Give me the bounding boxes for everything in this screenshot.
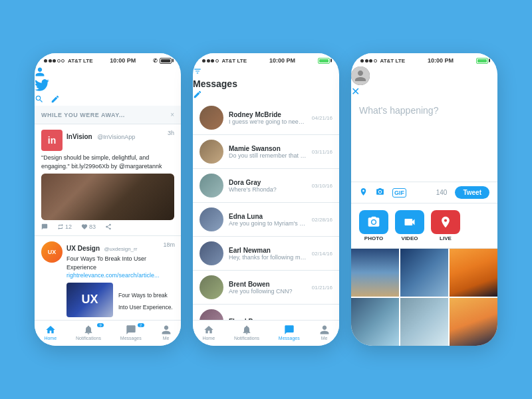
- tab-notif-label-2: Notifications: [234, 336, 259, 340]
- tab-home-2[interactable]: Home: [202, 325, 215, 340]
- photo-media-btn[interactable]: PHOTO: [359, 210, 388, 241]
- while-away-close[interactable]: ×: [170, 111, 174, 118]
- like-btn[interactable]: 83: [81, 223, 96, 230]
- search-nav-icon[interactable]: [35, 94, 44, 106]
- dot4: [57, 59, 61, 63]
- tab-msg-label-1: Messages: [120, 336, 142, 340]
- live-icon-box: [431, 210, 460, 234]
- tab-home-1[interactable]: Home: [44, 325, 57, 340]
- compose-close-btn[interactable]: ✕: [351, 86, 360, 97]
- tab-me-1[interactable]: Me: [161, 325, 172, 340]
- tab-messages-1[interactable]: Messages 2: [120, 325, 142, 340]
- msg-date-3: 03/10/16: [312, 183, 332, 189]
- avatar-edna: [200, 207, 223, 231]
- tab-messages-2[interactable]: Messages: [279, 325, 300, 340]
- tweet1-image-inner: [41, 174, 174, 220]
- msg-date-2: 03/11/16: [312, 149, 332, 155]
- msg-content-3: Dora Gray Where's Rhonda?: [229, 179, 307, 193]
- avatar-dora: [200, 174, 223, 198]
- phone-feed: AT&T LTE 10:00 PM ✆: [35, 53, 181, 346]
- c-dot3: [369, 59, 372, 63]
- photo-grid-cell-3[interactable]: [450, 249, 497, 297]
- tweet2-header: UX UX Design @uxdesign_rr Four Ways To B…: [41, 241, 174, 280]
- compose-msg-icon[interactable]: [193, 90, 339, 101]
- tab-notifications-2[interactable]: Notifications: [234, 325, 259, 340]
- messages-title: Messages: [193, 78, 237, 89]
- avatar-brent: [200, 275, 223, 299]
- twitter-logo: [35, 79, 181, 94]
- carrier-2: AT&T LTE: [222, 58, 247, 64]
- msg-preview-3: Where's Rhonda?: [229, 186, 307, 193]
- phones-container: AT&T LTE 10:00 PM ✆: [35, 53, 497, 346]
- c-dot2: [365, 59, 368, 63]
- compose-area[interactable]: What's happening?: [351, 98, 497, 182]
- dot3: [53, 59, 56, 63]
- msg-preview-2: Do you still remember that website you t…: [229, 152, 307, 159]
- compose-nav-icon[interactable]: [51, 94, 60, 106]
- photo-grid: [351, 249, 497, 346]
- msg-item-2[interactable]: Mamie Swanson Do you still remember that…: [193, 135, 339, 169]
- s-dot4: [215, 59, 219, 63]
- avatar-mamie: [200, 140, 223, 164]
- video-media-btn[interactable]: VIDEO: [395, 210, 424, 241]
- photo-grid-cell-2[interactable]: [400, 249, 448, 297]
- tab-bar-2: Home Notifications Messages Me: [193, 320, 339, 346]
- ux-avatar: UX: [41, 241, 63, 263]
- msg-item-6[interactable]: Brent Bowen Are you following CNN? 01/21…: [193, 271, 339, 305]
- invision-avatar-label: in: [48, 135, 56, 146]
- tweet-submit-button[interactable]: Tweet: [455, 186, 489, 199]
- msg-content-6: Brent Bowen Are you following CNN?: [229, 281, 307, 295]
- tweet2-link[interactable]: rightrelevance.com/search/article...: [66, 271, 160, 280]
- status-bar-2: AT&T LTE 10:00 PM: [193, 53, 339, 66]
- tweet1-name: InVision: [66, 133, 92, 140]
- s-dot1: [202, 59, 205, 63]
- tweet1-text: "Design should be simple, delightful, an…: [41, 154, 174, 170]
- tab-notifications-1[interactable]: Notifications 9: [76, 325, 101, 340]
- ux-description: Four Ways to break Into User Experience.: [118, 292, 173, 311]
- profile-nav-icon[interactable]: [35, 66, 181, 79]
- tab-home-label-1: Home: [44, 336, 57, 340]
- status-bar-3: AT&T LTE 10:00 PM: [351, 53, 497, 66]
- tab-me-2[interactable]: Me: [319, 325, 330, 340]
- c-dot4: [374, 59, 377, 63]
- invision-avatar: in: [41, 130, 63, 151]
- battery-fill-2: [319, 59, 329, 63]
- tweet-item-2[interactable]: UX UX Design @uxdesign_rr Four Ways To B…: [35, 236, 181, 320]
- status-left-3: AT&T LTE: [360, 58, 405, 64]
- photo-grid-cell-6[interactable]: [450, 298, 497, 346]
- msg-content-2: Mamie Swanson Do you still remember that…: [229, 145, 307, 159]
- dot2: [49, 59, 52, 63]
- msg-item-3[interactable]: Dora Gray Where's Rhonda? 03/10/16: [193, 169, 339, 203]
- carrier-1: AT&T LTE: [68, 58, 92, 64]
- photo-grid-cell-1[interactable]: [351, 249, 399, 297]
- share-btn[interactable]: [105, 223, 112, 230]
- photo-grid-cell-5[interactable]: [400, 298, 448, 346]
- tweet1-actions: 12 83: [41, 223, 174, 230]
- live-media-btn[interactable]: LIVE: [431, 210, 460, 241]
- photo-icon-box: [359, 210, 388, 234]
- location-tool[interactable]: [359, 188, 368, 198]
- battery-fill-3: [477, 59, 487, 63]
- tweet1-image: [41, 174, 174, 220]
- tweet-item-1[interactable]: in InVision @InVisionApp 3h "Design shou…: [35, 124, 181, 236]
- camera-tool[interactable]: [376, 188, 384, 198]
- msg-item-4[interactable]: Edna Luna Are you going to Myriam's hous…: [193, 203, 339, 237]
- gif-tool[interactable]: GIF: [392, 188, 406, 198]
- reply-btn[interactable]: [41, 223, 48, 230]
- retweet-btn[interactable]: 12: [57, 223, 72, 230]
- dot1: [44, 59, 47, 63]
- nav-actions: [35, 94, 181, 106]
- msg-item-7[interactable]: Floyd Perry 01/16: [193, 305, 339, 320]
- msg-item-1[interactable]: Rodney McBride I guess we're going to ne…: [193, 101, 339, 135]
- while-away-text: WHILE YOU WERE AWAY...: [41, 112, 125, 118]
- filter-icon[interactable]: [193, 66, 339, 78]
- status-right-3: [476, 58, 488, 64]
- tweet-header-1: in InVision @InVisionApp 3h: [41, 130, 174, 151]
- msg-item-5[interactable]: Earl Newman Hey, thanks for following my…: [193, 237, 339, 271]
- avatar-rodney: [200, 106, 223, 130]
- compose-nav-bar: ✕: [351, 66, 497, 98]
- photo-grid-cell-4[interactable]: [351, 298, 399, 346]
- tweet2-text: Four Ways To Break Into User Experience …: [66, 255, 160, 280]
- nav-bar-2: Messages: [193, 66, 339, 101]
- msg-preview-4: Are you going to Myriam's house tonight,…: [229, 220, 307, 227]
